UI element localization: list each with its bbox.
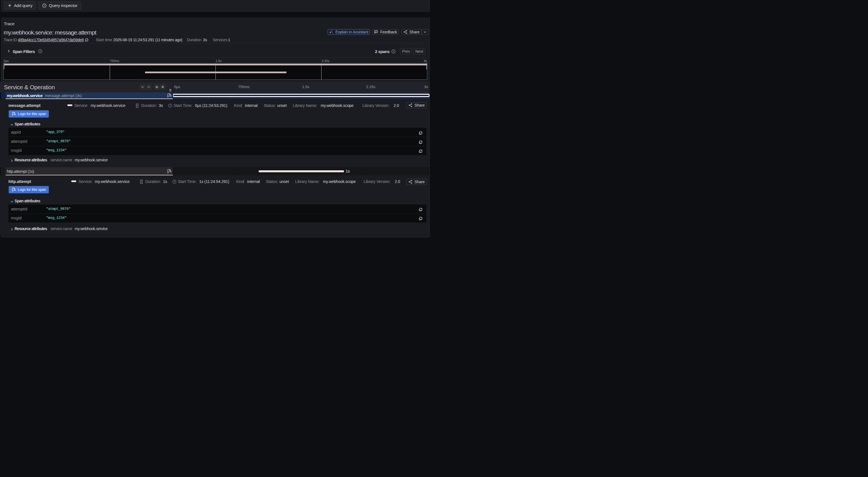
svg-text:LOG: LOG [12, 189, 16, 191]
svg-text:LOG: LOG [168, 171, 172, 173]
svg-text:LOG: LOG [12, 113, 16, 115]
svg-text:LOG: LOG [168, 95, 172, 97]
